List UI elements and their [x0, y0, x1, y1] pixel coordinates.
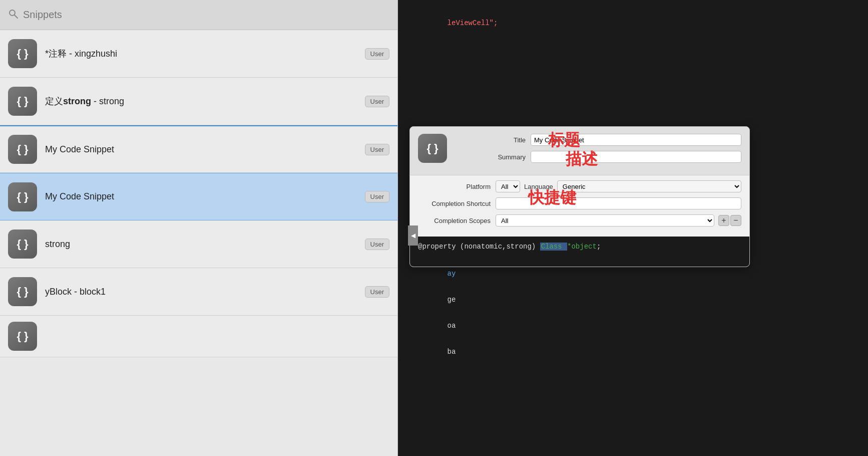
platform-language-controls: All Language Generic	[496, 180, 741, 192]
snippet-title-2: 定义strong - strong	[45, 96, 124, 106]
code-text-white-3: ge	[448, 296, 456, 304]
snippet-title-6: yBlock - block1	[45, 287, 106, 297]
code-line-3: ge	[420, 287, 858, 313]
completion-shortcut-input[interactable]	[496, 197, 741, 209]
remove-scope-button[interactable]: −	[730, 215, 741, 226]
svg-line-1	[15, 15, 18, 18]
snippet-badge-6: User	[365, 286, 389, 298]
code-text-white-4: oa	[448, 322, 456, 330]
snippet-item-5[interactable]: { } strong User	[0, 220, 397, 268]
platform-language-row: Platform All Language Generic	[418, 180, 741, 192]
snippet-info-2: 定义strong - strong	[45, 95, 361, 107]
snippet-icon-3: { }	[8, 135, 37, 164]
code-text-red-1: leViewCell";	[448, 19, 498, 27]
detail-icon: { }	[418, 134, 447, 163]
snippet-info-1: *注释 - xingzhushi	[45, 48, 361, 60]
snippet-badge-2: User	[365, 96, 389, 107]
snippet-badge-5: User	[365, 239, 389, 250]
completion-scopes-label: Completion Scopes	[418, 217, 491, 224]
snippet-item-2[interactable]: { } 定义strong - strong User	[0, 78, 397, 125]
snippet-icon-7: { }	[8, 322, 37, 351]
snippet-info-4: My Code Snippet	[45, 191, 361, 202]
search-bar	[0, 0, 397, 30]
code-area: @property (nonatomic,strong) Class *obje…	[410, 237, 749, 267]
code-line-4: oa	[420, 313, 858, 339]
detail-header: { } Title Summary	[410, 127, 749, 175]
snippet-icon-2: { }	[8, 87, 37, 116]
snippet-info-3: My Code Snippet	[45, 144, 361, 155]
detail-form: Platform All Language Generic Completion…	[410, 175, 749, 237]
summary-input[interactable]	[531, 151, 741, 163]
editor-bottom-area: ay ge oa ba	[410, 251, 868, 456]
code-semicolon: ;	[597, 243, 601, 251]
snippet-icon-6: { }	[8, 277, 37, 306]
snippet-title-1: *注释 - xingzhushi	[45, 49, 117, 59]
snippet-icon-1: { }	[8, 39, 37, 68]
snippet-icon-4: { }	[8, 182, 37, 211]
language-select[interactable]: Generic	[557, 180, 741, 192]
completion-scopes-row: Completion Scopes All + −	[418, 214, 741, 226]
code-text-blue-2: ay	[448, 270, 456, 278]
snippet-badge-4: User	[365, 191, 389, 202]
code-property: @property (nonatomic,strong)	[418, 243, 540, 251]
snippet-badge-3: User	[365, 144, 389, 155]
snippet-title-4: My Code Snippet	[45, 191, 114, 201]
scopes-select[interactable]: All	[496, 214, 714, 226]
completion-shortcut-row: Completion Shortcut	[418, 197, 741, 209]
snippet-icon-5: { }	[8, 230, 37, 259]
title-label: Title	[453, 136, 526, 144]
header-content: { } Title Summary	[418, 134, 741, 168]
snippet-item-1[interactable]: { } *注释 - xingzhushi User	[0, 30, 397, 78]
platform-label: Platform	[418, 183, 491, 190]
add-scope-button[interactable]: +	[718, 215, 729, 226]
code-text-white-5: ba	[448, 348, 456, 356]
snippet-badge-1: User	[365, 48, 389, 60]
search-icon	[8, 9, 18, 21]
title-input[interactable]	[531, 134, 741, 146]
snippet-item-7[interactable]: { }	[0, 316, 397, 357]
snippet-title-5: strong	[45, 239, 70, 249]
code-object: *object	[567, 243, 597, 251]
code-line-5: ba	[420, 339, 858, 365]
language-label: Language	[524, 183, 553, 190]
scroll-arrow: ◀	[408, 225, 418, 246]
snippet-info-5: strong	[45, 239, 361, 250]
summary-label: Summary	[453, 153, 526, 161]
header-form: Title Summary	[453, 134, 741, 168]
completion-shortcut-label: Completion Shortcut	[418, 200, 491, 207]
search-input[interactable]	[23, 9, 389, 21]
snippet-item-3[interactable]: { } My Code Snippet User	[0, 125, 397, 173]
code-line-1: leViewCell";	[420, 10, 858, 36]
title-row: Title	[453, 134, 741, 146]
code-class-highlight: Class	[540, 243, 567, 251]
snippet-item-6[interactable]: { } yBlock - block1 User	[0, 268, 397, 316]
snippets-panel: { } *注释 - xingzhushi User { } 定义strong -…	[0, 0, 398, 456]
detail-panel: { } Title Summary Platform	[409, 126, 750, 267]
editor-top-area: leViewCell";	[410, 0, 868, 125]
summary-row: Summary	[453, 151, 741, 163]
snippet-title-3: My Code Snippet	[45, 144, 114, 154]
snippet-item-4[interactable]: { } My Code Snippet User	[0, 173, 397, 220]
snippet-info-6: yBlock - block1	[45, 287, 361, 297]
platform-select[interactable]: All	[496, 180, 520, 192]
scopes-controls: All + −	[496, 214, 741, 226]
